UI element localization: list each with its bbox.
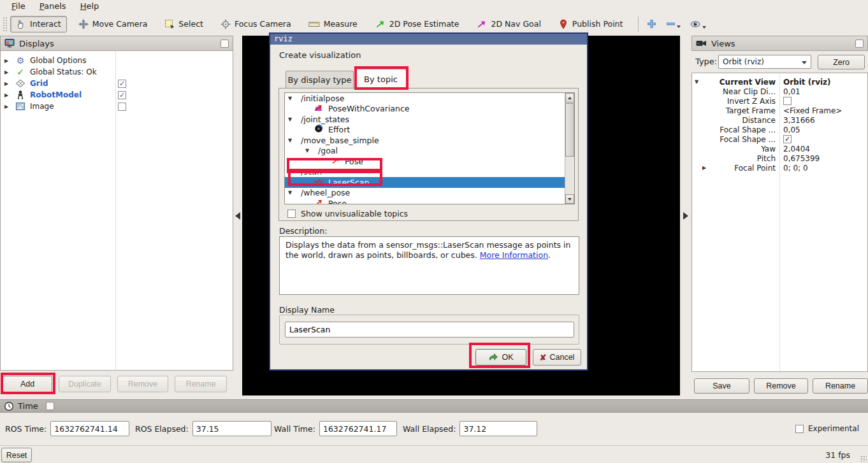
expander-icon[interactable]: ▶ xyxy=(4,58,11,64)
scrollbar[interactable] xyxy=(565,93,574,204)
focal-shape-checkbox[interactable]: ✓ xyxy=(783,135,792,143)
experimental-checkbox[interactable] xyxy=(795,425,804,433)
duplicate-display-button[interactable]: Duplicate xyxy=(59,376,111,392)
display-row-grid[interactable]: ▶ Grid ✓ xyxy=(1,78,233,89)
invert-z-checkbox[interactable] xyxy=(783,97,792,105)
ok-button[interactable]: OK xyxy=(475,349,526,366)
property-row-invert-z[interactable]: Invert Z Axis xyxy=(692,96,867,106)
property-row-pitch[interactable]: Pitch 0,675399 xyxy=(692,153,867,163)
grid-enabled-checkbox[interactable]: ✓ xyxy=(118,80,126,88)
topic-row-wheel-pose[interactable]: ▼ /wheel_pose xyxy=(285,188,574,199)
scrollbar-thumb[interactable] xyxy=(565,103,574,157)
remove-view-button[interactable]: Remove xyxy=(754,378,808,394)
plus-icon xyxy=(646,18,657,29)
expander-icon[interactable]: ▶ xyxy=(4,92,11,98)
add-display-button[interactable]: Add xyxy=(3,376,52,392)
toolbar-drag-handle[interactable] xyxy=(3,17,8,32)
more-information-link[interactable]: More Information xyxy=(480,250,548,260)
ros-time-input[interactable] xyxy=(50,421,129,436)
rename-display-button[interactable]: Rename xyxy=(175,376,227,392)
remove-tool-button[interactable] xyxy=(665,18,682,30)
chevron-down-icon xyxy=(702,26,706,29)
image-enabled-checkbox[interactable] xyxy=(118,103,126,111)
panel-float-button[interactable] xyxy=(855,39,864,48)
display-name-input[interactable] xyxy=(285,322,574,338)
focus-camera-tool-button[interactable]: Focus Camera xyxy=(215,16,297,32)
move-camera-tool-button[interactable]: Move Camera xyxy=(73,16,154,32)
property-row-yaw[interactable]: Yaw 2,0404 xyxy=(692,144,867,153)
ruler-icon xyxy=(308,19,320,29)
topic-row-goal-pose[interactable]: Pose xyxy=(285,156,574,167)
property-row-current-view[interactable]: ▼ Current View Orbit (rviz) xyxy=(692,77,867,87)
topic-row-effort[interactable]: Effort xyxy=(285,125,574,136)
wall-elapsed-input[interactable] xyxy=(459,421,537,436)
property-row-target-frame[interactable]: Target Frame <Fixed Frame> xyxy=(692,106,867,115)
expander-icon[interactable]: ▶ xyxy=(4,81,11,87)
reset-button[interactable]: Reset xyxy=(1,448,32,462)
panel-float-button[interactable] xyxy=(221,39,229,48)
scroll-up-button[interactable] xyxy=(565,93,574,103)
zero-button[interactable]: Zero xyxy=(818,55,865,69)
expander-icon[interactable]: ▼ xyxy=(288,117,292,122)
tab-by-display-type[interactable]: By display type xyxy=(286,71,354,88)
tool-visibility-button[interactable] xyxy=(688,18,707,31)
interact-tool-button[interactable]: Interact xyxy=(10,16,67,32)
property-row-focal-shape-fixed[interactable]: Focal Shape ... ✓ xyxy=(692,134,867,144)
topic-row-goal[interactable]: ▼ /goal xyxy=(285,146,574,157)
menu-file[interactable]: File xyxy=(11,1,25,11)
property-row-focal-point[interactable]: ▶ Focal Point 0; 0; 0 xyxy=(692,163,867,173)
left-panel-collapse-handle[interactable] xyxy=(233,36,242,395)
display-row-global-status[interactable]: ▶ ✓ Global Status: Ok xyxy=(1,66,233,78)
topic-row-scan[interactable]: ▼ /scan xyxy=(285,167,574,178)
type-label: Type: xyxy=(695,57,717,66)
save-view-button[interactable]: Save xyxy=(694,378,749,394)
chevron-down-icon xyxy=(677,25,681,28)
property-row-distance[interactable]: Distance 3,31666 xyxy=(692,115,867,125)
property-row-focal-shape-size[interactable]: Focal Shape ... 0,05 xyxy=(692,125,867,134)
displays-panel: Displays ▶ ⚙ Global Options ▶ ✓ Global S… xyxy=(0,36,233,395)
nav-goal-tool-button[interactable]: 2D Nav Goal xyxy=(470,16,546,32)
add-tool-button[interactable] xyxy=(645,17,658,31)
property-row-near-clip[interactable]: Near Clip Di... 0,01 xyxy=(692,87,867,96)
show-unvisualizable-checkbox[interactable] xyxy=(287,210,296,218)
publish-point-tool-button[interactable]: Publish Point xyxy=(553,16,629,32)
map-pin-icon xyxy=(558,19,568,29)
rename-view-button[interactable]: Rename xyxy=(813,378,868,394)
triangle-up-icon xyxy=(568,97,572,99)
pose-estimate-tool-button[interactable]: 2D Pose Estimate xyxy=(369,16,465,32)
topic-row-move-base-simple[interactable]: ▼ /move_base_simple xyxy=(285,135,574,146)
resize-grip[interactable] xyxy=(860,455,867,462)
panel-float-button[interactable] xyxy=(46,402,54,410)
view-type-dropdown[interactable]: Orbit (rviz) xyxy=(718,55,811,69)
topic-row-laserscan-selected[interactable]: LaserScan xyxy=(285,177,574,188)
expander-icon[interactable]: ▼ xyxy=(305,148,309,153)
display-row-image[interactable]: ▶ Image xyxy=(1,101,233,112)
expander-icon[interactable]: ▼ xyxy=(288,138,292,143)
ros-elapsed-input[interactable] xyxy=(192,421,271,436)
menu-panels[interactable]: Panels xyxy=(40,1,66,11)
right-panel-collapse-handle[interactable] xyxy=(680,36,691,395)
measure-tool-button[interactable]: Measure xyxy=(303,16,363,32)
expander-icon[interactable]: ▼ xyxy=(288,169,292,175)
display-row-robotmodel[interactable]: ▶ RobotModel ✓ xyxy=(1,89,233,101)
topic-row-wheel-pose-pose[interactable]: Pose xyxy=(285,198,574,204)
wall-time-input[interactable] xyxy=(319,421,397,436)
display-row-global-options[interactable]: ▶ ⚙ Global Options xyxy=(1,55,233,66)
scroll-down-button[interactable] xyxy=(565,194,574,204)
gear-icon: ⚙ xyxy=(15,56,26,65)
remove-display-button[interactable]: Remove xyxy=(117,376,168,392)
expander-icon[interactable]: ▶ xyxy=(4,104,11,110)
tab-by-topic[interactable]: By topic xyxy=(355,69,407,89)
topic-row-posewithcovariance[interactable]: PoseWithCovariance xyxy=(285,104,574,115)
expander-icon[interactable]: ▶ xyxy=(4,69,11,75)
menu-help[interactable]: Help xyxy=(80,1,99,11)
show-unvisualizable-row: Show unvisualizable topics xyxy=(287,209,408,218)
select-tool-button[interactable]: Select xyxy=(159,16,209,32)
topic-row-initialpose[interactable]: ▼ /initialpose xyxy=(285,93,574,104)
robotmodel-enabled-checkbox[interactable]: ✓ xyxy=(118,91,126,99)
expander-icon[interactable]: ▼ xyxy=(288,190,292,196)
topic-row-joint-states[interactable]: ▼ /joint_states xyxy=(285,114,574,125)
dialog-title-bar[interactable]: rviz xyxy=(270,34,587,45)
expander-icon[interactable]: ▼ xyxy=(288,96,292,101)
cancel-button[interactable]: ✘ Cancel xyxy=(533,349,581,366)
